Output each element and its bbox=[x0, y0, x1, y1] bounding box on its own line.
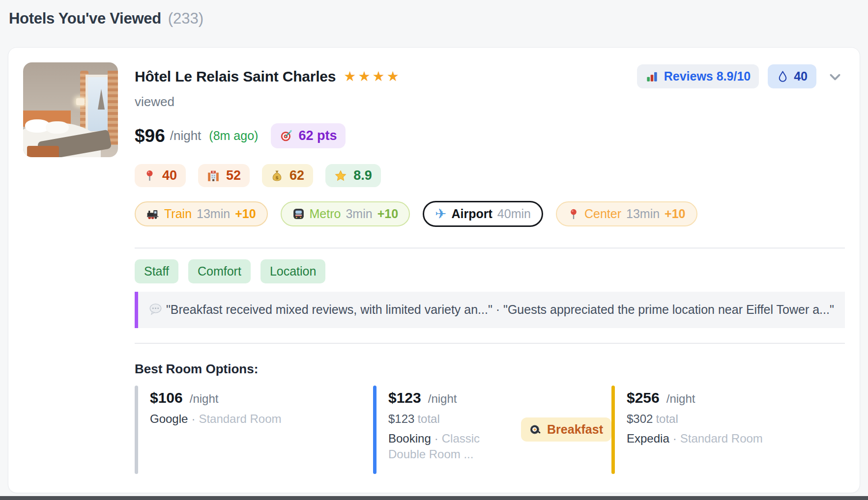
chip-bonus: +10 bbox=[665, 207, 685, 221]
room-vendor-line: Expedia·Standard Room bbox=[627, 431, 763, 446]
chip-time: 13min bbox=[626, 207, 660, 221]
room-option: $123 /night $123total Booking·Classic Do… bbox=[373, 386, 611, 474]
room-price: $123 bbox=[388, 389, 421, 406]
moneybag-icon: $ bbox=[271, 169, 283, 182]
price-per-night: $96 bbox=[135, 126, 165, 146]
room-total: $302 bbox=[627, 412, 653, 425]
separator: · bbox=[673, 432, 677, 445]
room-total-line: $302total bbox=[627, 412, 763, 426]
map-pin-count-badge[interactable]: 40 bbox=[768, 64, 816, 88]
room-options-row: $106 /night Google·Standard Room $123 /n… bbox=[135, 386, 845, 474]
value-score-badge: $ 62 bbox=[262, 164, 313, 187]
room-vendor: Booking bbox=[388, 432, 431, 445]
chip-label: Metro bbox=[310, 207, 341, 221]
airport-chip: ✈ Airport 40min bbox=[423, 201, 543, 227]
target-icon bbox=[280, 129, 293, 142]
page-count: (233) bbox=[168, 10, 203, 28]
breakfast-badge: Breakfast bbox=[521, 417, 611, 442]
hotel-icon: H bbox=[207, 169, 220, 182]
location-score-badge: 40 bbox=[135, 164, 186, 187]
chip-label: Airport bbox=[452, 207, 492, 221]
pushpin-icon bbox=[568, 208, 579, 220]
photo-pillow bbox=[46, 121, 68, 134]
room-price-unit: /night bbox=[666, 392, 695, 406]
chip-bonus: +10 bbox=[377, 207, 398, 221]
score-value: 40 bbox=[162, 168, 177, 183]
photo-bench bbox=[27, 146, 59, 157]
airplane-icon: ✈ bbox=[435, 207, 446, 221]
room-price: $106 bbox=[150, 389, 183, 406]
center-chip: Center 13min +10 bbox=[556, 201, 697, 226]
separator: · bbox=[191, 412, 195, 425]
room-vendor-line: Booking·Classic Double Room ... bbox=[388, 431, 493, 463]
guest-quote-box: "Breakfast received mixed reviews, with … bbox=[135, 292, 845, 328]
review-tag: Location bbox=[260, 259, 326, 283]
title-row: Hôtel Le Relais Saint Charles ★★★★ Revie… bbox=[135, 64, 845, 88]
review-tag: Staff bbox=[135, 259, 178, 283]
divider bbox=[135, 248, 845, 249]
chip-bonus: +10 bbox=[235, 207, 256, 221]
photo-curtain bbox=[108, 71, 118, 145]
room-vendor: Google bbox=[150, 412, 188, 425]
star-icon bbox=[334, 169, 347, 182]
room-total-label: total bbox=[656, 412, 678, 425]
points-badge: 62 pts bbox=[271, 123, 346, 148]
page-header: Hotels You've Viewed (233) bbox=[0, 0, 868, 28]
points-badge-label: 62 pts bbox=[298, 128, 337, 143]
svg-text:H: H bbox=[212, 170, 214, 173]
room-price: $256 bbox=[627, 389, 660, 406]
room-total-label: total bbox=[417, 412, 439, 425]
room-price-unit: /night bbox=[190, 392, 219, 406]
svg-text:$: $ bbox=[276, 175, 279, 180]
hotel-card: Hôtel Le Relais Saint Charles ★★★★ Revie… bbox=[8, 47, 860, 493]
viewed-status: viewed bbox=[135, 94, 845, 110]
photo-eiffel-tower bbox=[98, 89, 105, 110]
room-price-unit: /night bbox=[428, 392, 457, 406]
metro-icon bbox=[292, 208, 305, 220]
room-total: $123 bbox=[388, 412, 414, 425]
hotel-photo[interactable] bbox=[23, 62, 118, 157]
score-value: 52 bbox=[226, 168, 241, 183]
train-icon bbox=[146, 208, 159, 221]
photo-lamp bbox=[76, 98, 85, 105]
hotel-score-badge: H 52 bbox=[198, 164, 250, 187]
quote-string: "Breakfast received mixed reviews, with … bbox=[166, 303, 834, 316]
metro-chip: Metro 3min +10 bbox=[281, 201, 410, 226]
bar-chart-icon bbox=[645, 70, 659, 83]
quote-accent-bar bbox=[135, 292, 138, 328]
room-option: $256 /night $302total Expedia·Standard R… bbox=[611, 386, 763, 474]
transit-chips-row: Train 13min +10 Metro 3min +10 ✈ Airport… bbox=[135, 201, 845, 227]
score-value: 62 bbox=[289, 168, 304, 183]
review-tag: Comfort bbox=[188, 259, 251, 283]
price-unit: /night bbox=[170, 128, 202, 143]
frying-pan-icon bbox=[529, 423, 542, 436]
chevron-down-icon bbox=[827, 69, 843, 84]
price-updated-ago: (8m ago) bbox=[209, 129, 258, 143]
drop-pin-icon bbox=[777, 70, 789, 83]
page-title: Hotels You've Viewed bbox=[9, 10, 161, 28]
room-accent-bar bbox=[135, 386, 138, 474]
price-row: $96 /night (8m ago) 62 pts bbox=[135, 123, 845, 148]
chip-time: 13min bbox=[197, 207, 230, 221]
room-name: Standard Room bbox=[680, 432, 763, 445]
room-vendor-line: Google·Standard Room bbox=[150, 411, 281, 427]
pin-badge-value: 40 bbox=[794, 69, 808, 83]
breakfast-badge-label: Breakfast bbox=[547, 422, 603, 437]
train-chip: Train 13min +10 bbox=[135, 201, 268, 226]
reviews-badge[interactable]: Reviews 8.9/10 bbox=[637, 64, 759, 88]
star-rating: ★★★★ bbox=[344, 68, 401, 84]
room-total-line: $123total bbox=[388, 412, 493, 426]
room-vendor: Expedia bbox=[627, 432, 669, 445]
score-value: 8.9 bbox=[353, 168, 372, 183]
chip-label: Train bbox=[164, 207, 192, 221]
rooms-header: Best Room Options: bbox=[135, 361, 845, 377]
expand-button[interactable] bbox=[825, 67, 845, 86]
room-accent-bar bbox=[611, 386, 615, 474]
guest-quote-text: "Breakfast received mixed reviews, with … bbox=[138, 292, 845, 328]
separator: · bbox=[434, 432, 438, 445]
chip-time: 3min bbox=[346, 207, 372, 221]
score-badges-row: 40 H 52 $ 62 bbox=[135, 164, 845, 187]
card-top: Hôtel Le Relais Saint Charles ★★★★ Revie… bbox=[23, 62, 845, 227]
window-bottom-edge bbox=[0, 496, 868, 500]
speech-balloon-icon bbox=[149, 303, 162, 316]
